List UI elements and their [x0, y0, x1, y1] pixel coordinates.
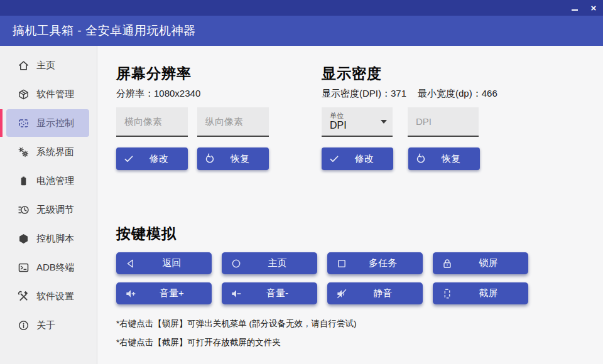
minimize-icon — [572, 9, 578, 11]
key-button-label: 音量- — [242, 287, 317, 299]
sidebar-item-label: 系统界面 — [36, 146, 74, 158]
sidebar-item-display-control[interactable]: 显示控制 — [6, 109, 89, 137]
resolution-label: 分辨率： — [116, 88, 154, 99]
width-pixels-input[interactable] — [116, 107, 188, 136]
key-button-label: 锁屏 — [454, 257, 528, 269]
package-icon — [18, 88, 30, 100]
unit-dropdown[interactable]: 单位 DPI — [322, 107, 393, 137]
mute-key-button[interactable]: 静音 — [327, 282, 423, 304]
button-label: 恢复 — [215, 153, 269, 165]
close-button[interactable]: × — [584, 0, 603, 16]
volume-down-key-button[interactable]: 音量- — [222, 282, 317, 304]
resolution-restore-button[interactable]: 恢复 — [197, 147, 269, 170]
hexagon-icon — [18, 233, 30, 245]
resolution-section: 屏幕分辨率 分辨率：1080x2340 修改 — [116, 65, 322, 170]
sidebar-item-adb-terminal[interactable]: ADB终端 — [0, 254, 97, 281]
density-stats: 显示密度(DPI)：371最小宽度(dp)：466 — [322, 88, 603, 99]
check-icon — [123, 153, 134, 164]
volume-up-key-button[interactable]: 音量+ — [116, 282, 212, 304]
content-area: 屏幕分辨率 分辨率：1080x2340 修改 — [97, 46, 603, 364]
volume-minus-icon — [230, 287, 242, 300]
key-button-label: 多任务 — [348, 257, 423, 269]
button-label: 修改 — [134, 153, 188, 165]
resolution-value: 1080x2340 — [154, 88, 200, 99]
back-triangle-icon — [124, 257, 137, 270]
density-section: 显示密度 显示密度(DPI)：371最小宽度(dp)：466 单位 DPI — [322, 65, 603, 170]
dpi-field-wrap — [408, 107, 479, 137]
button-label: 恢复 — [426, 153, 480, 165]
keysim-row-1: 返回 主页 多任务 锁屏 — [116, 252, 603, 274]
battery-icon — [18, 175, 30, 187]
unit-dropdown-label: 单位 — [330, 112, 347, 120]
height-pixels-input[interactable] — [197, 107, 269, 136]
sidebar-item-home[interactable]: 主页 — [0, 51, 97, 79]
dpi-input[interactable] — [408, 107, 479, 136]
sidebar-item-label: 软件管理 — [36, 88, 74, 100]
screenshot-key-button[interactable]: 截屏 — [433, 282, 528, 304]
gears-icon — [18, 146, 30, 158]
minimize-button[interactable] — [565, 0, 584, 16]
key-button-label: 静音 — [348, 287, 423, 299]
keysim-title: 按键模拟 — [116, 225, 603, 242]
sidebar-item-system-ui[interactable]: 系统界面 — [0, 138, 97, 166]
screenshot-note: *右键点击【截屏】可打开存放截屏的文件夹 — [116, 337, 603, 348]
lock-icon — [441, 257, 454, 270]
restore-icon — [204, 153, 215, 164]
footnotes: *右键点击【锁屏】可弹出关机菜单 (部分设备无效，请自行尝试) *右键点击【截屏… — [116, 318, 603, 348]
sidebar-item-label: 电池管理 — [36, 175, 74, 187]
screenshot-phone-icon — [441, 287, 454, 300]
home-icon — [18, 60, 30, 72]
key-button-label: 主页 — [242, 257, 317, 269]
lock-screen-note: *右键点击【锁屏】可弹出关机菜单 (部分设备无效，请自行尝试) — [116, 318, 603, 329]
sidebar-item-label: 控机脚本 — [36, 233, 74, 245]
height-field-wrap — [197, 107, 269, 137]
sidebar-item-battery[interactable]: 电池管理 — [0, 167, 97, 195]
density-title: 显示密度 — [322, 65, 603, 82]
tools-icon — [18, 291, 30, 302]
check-icon — [329, 153, 340, 164]
recents-square-icon — [335, 257, 348, 270]
terminal-icon — [18, 262, 30, 274]
density-restore-button[interactable]: 恢复 — [408, 147, 480, 170]
sidebar-item-label: 显示控制 — [36, 117, 74, 129]
button-label: 修改 — [340, 153, 393, 165]
restore-icon — [415, 153, 426, 164]
app-header: 搞机工具箱 - 全安卓通用玩机神器 — [0, 16, 603, 46]
key-button-label: 截屏 — [454, 287, 528, 299]
min-width-value: 466 — [482, 88, 497, 99]
volume-plus-icon — [124, 287, 137, 300]
sidebar: 主页 软件管理 显示控制 系统界面 电池管理 无级调节 — [0, 46, 97, 364]
sidebar-item-label: 关于 — [36, 319, 55, 331]
display-control-icon — [18, 117, 30, 129]
sidebar-item-app-management[interactable]: 软件管理 — [0, 80, 97, 108]
app-window: × 搞机工具箱 - 全安卓通用玩机神器 主页 软件管理 显示控制 系统界面 — [0, 0, 603, 364]
home-circle-icon — [230, 257, 242, 270]
key-button-label: 音量+ — [137, 287, 212, 299]
density-modify-button[interactable]: 修改 — [322, 147, 393, 170]
app-title: 搞机工具箱 - 全安卓通用玩机神器 — [13, 23, 195, 39]
resolution-modify-button[interactable]: 修改 — [116, 147, 188, 170]
sidebar-item-label: ADB终端 — [36, 262, 75, 274]
dpi-label: 显示密度(DPI)： — [322, 88, 391, 99]
back-key-button[interactable]: 返回 — [116, 252, 212, 274]
mute-icon — [335, 287, 348, 300]
min-width-label: 最小宽度(dp)： — [418, 88, 482, 99]
sidebar-item-stepless-adjust[interactable]: 无级调节 — [0, 196, 97, 223]
recents-key-button[interactable]: 多任务 — [327, 252, 423, 274]
resolution-title: 屏幕分辨率 — [116, 65, 322, 82]
unit-dropdown-value: DPI — [330, 120, 347, 131]
sidebar-item-about[interactable]: 关于 — [0, 311, 97, 339]
close-icon: × — [591, 3, 597, 13]
sidebar-item-label: 主页 — [36, 60, 55, 72]
timer-adjust-icon — [18, 204, 30, 216]
home-key-button[interactable]: 主页 — [222, 252, 317, 274]
chevron-down-icon — [381, 120, 387, 124]
sidebar-item-control-script[interactable]: 控机脚本 — [0, 225, 97, 252]
sidebar-item-label: 软件设置 — [36, 291, 74, 302]
title-bar: × — [0, 0, 603, 16]
lock-screen-key-button[interactable]: 锁屏 — [433, 252, 528, 274]
key-button-label: 返回 — [137, 257, 212, 269]
sidebar-item-app-settings[interactable]: 软件设置 — [0, 282, 97, 310]
info-icon — [18, 319, 30, 331]
dpi-value: 371 — [391, 88, 406, 99]
